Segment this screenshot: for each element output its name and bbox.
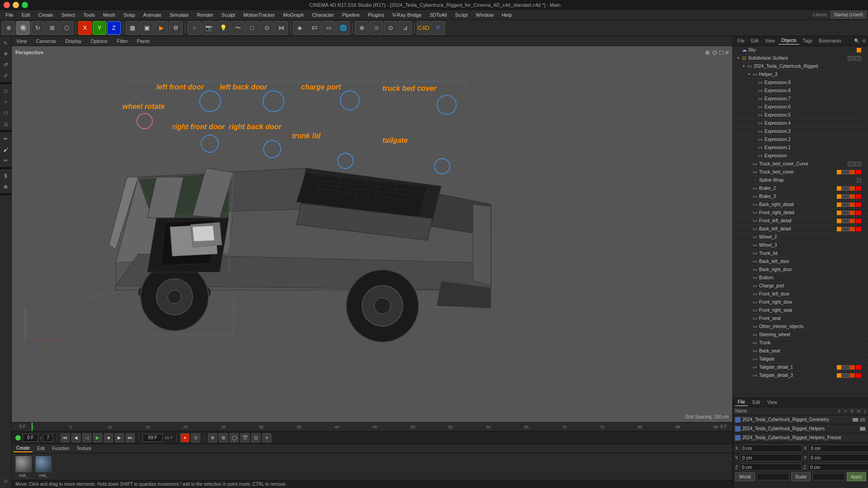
tool-x-axis[interactable]: X [78, 21, 92, 35]
left-tool-cone[interactable]: △ [1, 118, 11, 128]
tool-material[interactable]: ◈ [293, 21, 307, 35]
layout-dropdown[interactable]: Startup (Used) [830, 11, 866, 19]
obj-front-left-detail[interactable]: Lo Front_left_detail ···· [733, 217, 868, 225]
obj-back-left-detail[interactable]: Lo Back_left_detail ···· [733, 225, 868, 233]
tool-light[interactable]: 💡 [217, 21, 230, 35]
mat-tab-create[interactable]: Create [14, 445, 33, 452]
obj-front-right-detail[interactable]: Lo Front_right_detail ···· [733, 209, 868, 217]
tool-select[interactable]: 🔘 [16, 21, 30, 35]
left-tool-move[interactable]: ✛ [1, 49, 11, 59]
menu-vray[interactable]: V-Ray Bridge [389, 11, 425, 19]
left-tool-rotate[interactable]: ↺ [1, 60, 11, 70]
coord-z-size[interactable] [808, 464, 868, 471]
frame-step-input[interactable] [43, 434, 53, 442]
panel-tab-view[interactable]: View [762, 38, 778, 44]
btn-record[interactable]: ● [180, 433, 189, 442]
obj-expr9[interactable]: Lo Expression.9 ···· [733, 79, 868, 87]
mat-tab-texture[interactable]: Texture [74, 445, 94, 452]
btn-key4[interactable]: 🎬 [241, 433, 250, 442]
tool-render[interactable]: ▶ [155, 21, 168, 35]
obj-back-right-detail[interactable]: Lo Back_right_detail ···· [733, 201, 868, 209]
btn-prev-frame[interactable]: ◀ [71, 433, 80, 442]
vp-tab-filter[interactable]: Filter [114, 38, 130, 45]
panel-options-icon[interactable]: ⚙ [862, 38, 866, 43]
menu-mesh[interactable]: Mesh [99, 11, 119, 19]
br-tab-file[interactable]: File [735, 399, 748, 406]
btn-goto-end[interactable]: ⏭ [126, 433, 135, 442]
menu-tools[interactable]: Tools [80, 11, 99, 19]
obj-wheel3[interactable]: Lo Wheel_3 ···· [733, 241, 868, 249]
btn-play[interactable]: ▶ [93, 433, 102, 442]
obj-tesla-rigged[interactable]: ▼ Lo 2024_Tesla_Cybertruck_Rigged ···· [733, 62, 868, 70]
btn-key3[interactable]: ◯ [230, 433, 239, 442]
menu-pipeline[interactable]: Pipeline [338, 11, 363, 19]
left-tool-scale[interactable]: ⤢ [1, 70, 11, 80]
left-tool-knife[interactable]: ✂ [1, 155, 11, 165]
obj-front-left-door[interactable]: Lo Front_left_door ···· [733, 290, 868, 298]
br-tab-view[interactable]: View [764, 399, 780, 406]
panel-tab-tags[interactable]: Tags [800, 38, 815, 44]
obj-truck-bed-cover[interactable]: Lo Truck_bed_cover ···· [733, 168, 868, 176]
menu-snap[interactable]: Snap [120, 11, 139, 19]
tool-render-settings[interactable]: ⚙ [169, 21, 183, 35]
viewport[interactable]: left front door left back door charge po… [12, 46, 732, 422]
btn-stop[interactable]: ■ [104, 433, 113, 442]
vp-tab-cameras[interactable]: Cameras [33, 38, 59, 45]
obj-bottom[interactable]: Lo Bottom ···· [733, 274, 868, 282]
obj-back-right-door[interactable]: Lo Back_right_door ···· [733, 266, 868, 274]
tool-plugin1[interactable]: P [431, 21, 445, 35]
close-button[interactable] [4, 2, 10, 8]
panel-tab-edit[interactable]: Edit [748, 38, 761, 44]
tool-tag[interactable]: 🏷 [307, 21, 321, 35]
viewport-icon-1[interactable]: ⊕ [705, 49, 710, 56]
tool-render-to-po[interactable]: ▣ [140, 21, 154, 35]
mat-entry-helpers-freeze[interactable]: 2024_Tesla_Cybertruck_Rigged_Helpers_Fre… [733, 433, 868, 442]
maximize-button[interactable] [22, 2, 28, 8]
tool-rotate[interactable]: ↻ [31, 21, 44, 35]
panel-tab-bookmarks[interactable]: Bookmarks [816, 38, 844, 44]
tool-floor[interactable]: ▭ [322, 21, 335, 35]
left-tool-spiral[interactable]: ⊕ [1, 182, 11, 192]
left-tool-s[interactable]: $ [1, 171, 11, 181]
obj-wheel2[interactable]: Lo Wheel_2 ···· [733, 233, 868, 241]
left-tool-pen[interactable]: ✏ [1, 134, 11, 144]
left-tool-maxon[interactable]: M [1, 476, 11, 486]
obj-expr7[interactable]: Lo Expression.7 ···· [733, 95, 868, 103]
menu-motion-tracker[interactable]: MotionTracker [240, 11, 278, 19]
obj-front-seat[interactable]: Lo Front_seat ···· [733, 314, 868, 323]
left-tool-cylinder[interactable]: ⬭ [1, 108, 11, 117]
tool-lathe[interactable]: ⊙ [384, 21, 397, 35]
tool-render-region[interactable]: ▦ [126, 21, 139, 35]
obj-helper3[interactable]: ▼ Lo Helper_3 ···· [733, 70, 868, 79]
left-tool-sphere[interactable]: ○ [1, 97, 11, 107]
menu-script[interactable]: Script [451, 11, 471, 19]
obj-expr1[interactable]: Lo Expression.1 ···· [733, 144, 868, 152]
obj-brake2[interactable]: Lo Brake_2 ···· [733, 184, 868, 192]
tool-loft[interactable]: ⊿ [398, 21, 412, 35]
btn-next-frame[interactable]: ▶ [115, 433, 124, 442]
coord-y-size[interactable] [808, 454, 868, 461]
coord-y-pos[interactable] [740, 454, 802, 461]
obj-sky[interactable]: ☁ Sky ···· [733, 46, 868, 54]
obj-charge-port[interactable]: Lo Charge_port ···· [733, 282, 868, 290]
obj-subdivision-surface[interactable]: ▼ ⊡ Subdivision Surface ···· [733, 54, 868, 62]
tool-y-axis[interactable]: Y [93, 21, 106, 35]
vp-tab-panel[interactable]: Panel [134, 38, 152, 45]
tool-spline[interactable]: 〜 [231, 21, 245, 35]
obj-trunk[interactable]: Lo Trunk ···· [733, 339, 868, 347]
scale-button[interactable]: Scale [791, 472, 811, 481]
tool-poly[interactable]: ⬡ [60, 21, 73, 35]
panel-search-icon[interactable]: 🔍 [854, 38, 859, 43]
coord-x-size[interactable] [808, 445, 868, 452]
obj-back-left-door[interactable]: Lo Back_left_door ···· [733, 258, 868, 266]
left-tool-select[interactable]: ↖ [1, 38, 11, 48]
tool-sweep[interactable]: ⊃ [369, 21, 383, 35]
tool-camera[interactable]: 📷 [202, 21, 216, 35]
obj-tailgate-detail1[interactable]: Lo Tailgate_detail_1 ···· [733, 363, 868, 371]
viewport-icon-2[interactable]: ⊙ [712, 49, 717, 56]
mat-tab-edit[interactable]: Edit [34, 445, 47, 452]
btn-key6[interactable]: ≡ [262, 433, 271, 442]
btn-stop2[interactable]: ⊙ [191, 433, 200, 442]
tool-bool[interactable]: ⊕ [355, 21, 368, 35]
tool-scale[interactable]: ⊞ [45, 21, 59, 35]
